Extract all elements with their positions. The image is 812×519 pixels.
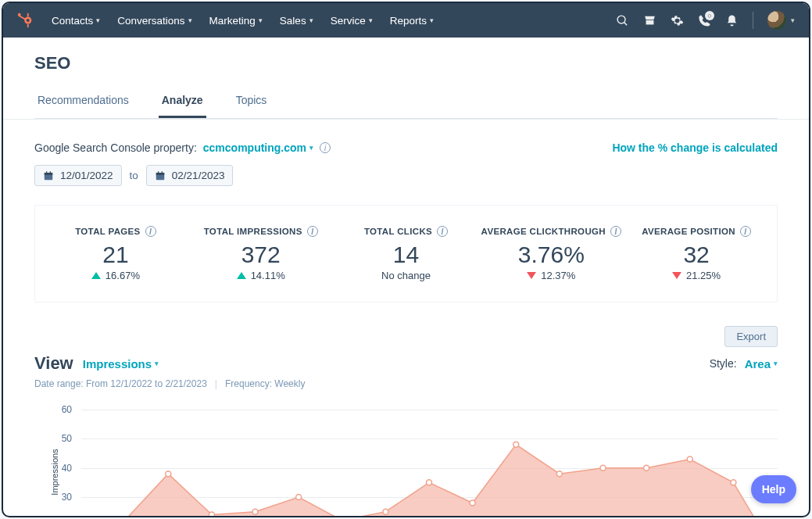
meta-sep: | bbox=[215, 378, 217, 389]
chevron-down-icon: ▾ bbox=[430, 16, 434, 24]
svg-point-1 bbox=[27, 19, 30, 22]
view-title: View bbox=[34, 353, 73, 374]
metric-card: TOTAL IMPRESSIONS i 372 14.11% bbox=[188, 226, 334, 281]
metric-card: TOTAL CLICKS i 14 No change bbox=[334, 226, 479, 281]
metric-card: TOTAL PAGES i 21 16.67% bbox=[43, 226, 188, 281]
style-dropdown[interactable]: Area▾ bbox=[745, 357, 778, 370]
info-icon[interactable]: i bbox=[437, 226, 448, 237]
info-icon[interactable]: i bbox=[320, 142, 331, 153]
svg-point-6 bbox=[617, 16, 625, 23]
chart-point bbox=[600, 465, 606, 471]
svg-rect-14 bbox=[156, 172, 165, 174]
chart-point bbox=[166, 471, 171, 477]
y-tick: 30 bbox=[62, 492, 72, 503]
chevron-down-icon: ▾ bbox=[369, 16, 373, 24]
chevron-down-icon: ▾ bbox=[774, 360, 778, 367]
chart-point bbox=[252, 509, 258, 514]
tab-topics[interactable]: Topics bbox=[233, 86, 270, 118]
nav-label: Reports bbox=[390, 15, 427, 27]
nav-contacts[interactable]: Contacts▾ bbox=[52, 15, 100, 27]
date-to-value: 02/21/2023 bbox=[172, 170, 225, 181]
phone-badge: ○ bbox=[705, 11, 714, 20]
top-nav: Contacts▾ Conversations▾ Marketing▾ Sale… bbox=[3, 3, 809, 38]
chart-point bbox=[513, 442, 519, 447]
nav-service[interactable]: Service▾ bbox=[331, 15, 373, 27]
metrics-row: TOTAL PAGES i 21 16.67% TOTAL IMPRESSION… bbox=[34, 205, 778, 302]
metric-change: 21.25% bbox=[624, 270, 769, 281]
metric-change: 14.11% bbox=[188, 270, 334, 281]
metric-label: TOTAL IMPRESSIONS i bbox=[188, 226, 334, 237]
nav-label: Conversations bbox=[117, 15, 184, 27]
gear-icon[interactable] bbox=[671, 14, 684, 27]
nav-marketing[interactable]: Marketing▾ bbox=[209, 15, 263, 27]
info-icon[interactable]: i bbox=[307, 226, 318, 237]
svg-rect-15 bbox=[158, 171, 159, 174]
svg-rect-3 bbox=[27, 24, 29, 28]
chart-point bbox=[383, 509, 388, 514]
nav-label: Contacts bbox=[52, 15, 93, 27]
nav-conversations[interactable]: Conversations▾ bbox=[117, 15, 191, 27]
chart-point bbox=[731, 480, 736, 485]
arrow-up-icon bbox=[237, 272, 246, 279]
y-tick: 50 bbox=[62, 433, 72, 444]
avatar bbox=[767, 11, 786, 30]
tab-recommendations[interactable]: Recommendations bbox=[34, 86, 132, 118]
metric-value: 21 bbox=[43, 242, 188, 268]
info-icon[interactable]: i bbox=[145, 226, 156, 237]
date-from-input[interactable]: 12/01/2022 bbox=[34, 165, 122, 186]
info-icon[interactable]: i bbox=[740, 226, 751, 237]
tabs: Recommendations Analyze Topics bbox=[34, 86, 778, 119]
chevron-down-icon: ▾ bbox=[309, 16, 313, 24]
metric-label: TOTAL PAGES i bbox=[43, 226, 188, 237]
metric-value: 32 bbox=[624, 242, 769, 268]
y-tick: 60 bbox=[62, 404, 72, 415]
chevron-down-icon: ▾ bbox=[188, 16, 192, 24]
metric-value: 372 bbox=[188, 242, 334, 268]
calendar-icon bbox=[155, 170, 166, 181]
metric-label: AVERAGE POSITION i bbox=[624, 226, 769, 237]
chart-point bbox=[296, 495, 302, 500]
style-label: Style: bbox=[710, 357, 737, 370]
arrow-down-icon bbox=[527, 272, 536, 279]
metric-value: 3.76% bbox=[478, 242, 624, 268]
nav-sales[interactable]: Sales▾ bbox=[280, 15, 313, 27]
tab-analyze[interactable]: Analyze bbox=[159, 86, 206, 118]
nav-label: Service bbox=[331, 15, 366, 27]
info-icon[interactable]: i bbox=[610, 226, 621, 237]
metric-change: 12.37% bbox=[478, 270, 624, 281]
style-value: Area bbox=[745, 357, 771, 370]
marketplace-icon[interactable] bbox=[643, 14, 656, 27]
chart-meta-range: Date range: From 12/1/2022 to 2/21/2023 bbox=[34, 378, 207, 389]
chart-point bbox=[209, 512, 214, 517]
nav-right: ○ ▾ bbox=[616, 11, 795, 30]
chevron-down-icon: ▾ bbox=[791, 16, 795, 24]
metric-label: TOTAL CLICKS i bbox=[334, 226, 479, 237]
date-to-input[interactable]: 02/21/2023 bbox=[146, 165, 234, 186]
arrow-up-icon bbox=[91, 272, 101, 279]
view-metric-dropdown[interactable]: Impressions▾ bbox=[83, 357, 159, 370]
nav-divider bbox=[753, 12, 753, 29]
help-button[interactable]: Help bbox=[751, 475, 796, 503]
how-change-link[interactable]: How the % change is calculated bbox=[612, 141, 778, 154]
svg-rect-10 bbox=[45, 172, 53, 174]
chart-point bbox=[470, 500, 475, 506]
chevron-down-icon: ▾ bbox=[309, 144, 313, 152]
search-icon[interactable] bbox=[616, 14, 629, 27]
export-button[interactable]: Export bbox=[724, 326, 778, 347]
phone-icon[interactable]: ○ bbox=[698, 14, 711, 27]
date-to-label: to bbox=[130, 170, 138, 181]
hubspot-logo-icon[interactable] bbox=[17, 12, 34, 29]
gsc-property-dropdown[interactable]: ccmcomputing.com▾ bbox=[203, 141, 313, 154]
metric-change: No change bbox=[334, 270, 479, 281]
chevron-down-icon: ▾ bbox=[259, 16, 263, 24]
svg-rect-16 bbox=[162, 171, 163, 174]
page-title: SEO bbox=[34, 38, 778, 86]
chart-point bbox=[644, 465, 649, 471]
nav-label: Marketing bbox=[209, 15, 256, 27]
account-menu[interactable]: ▾ bbox=[767, 11, 795, 30]
bell-icon[interactable] bbox=[725, 14, 739, 27]
chart-plot bbox=[81, 410, 777, 517]
gsc-label: Google Search Console property: bbox=[34, 141, 197, 154]
date-from-value: 12/01/2022 bbox=[60, 170, 113, 181]
nav-reports[interactable]: Reports▾ bbox=[390, 15, 434, 27]
